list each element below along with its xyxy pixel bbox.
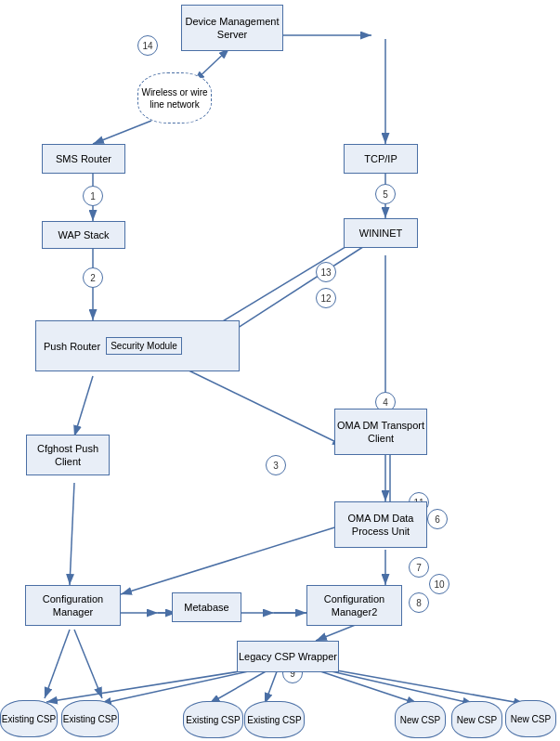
- svg-line-23: [265, 667, 279, 704]
- sms-router: SMS Router: [42, 144, 125, 174]
- svg-line-3: [93, 121, 151, 144]
- circle-14: 14: [137, 35, 158, 56]
- new-csp-1: New CSP: [395, 701, 446, 738]
- cfghost-push-client: Cfghost Push Client: [26, 435, 110, 475]
- svg-line-24: [306, 667, 418, 704]
- circle-13: 13: [316, 262, 336, 282]
- wininet: WININET: [344, 218, 418, 248]
- diagram: Device Management Server 14 Wireless or …: [0, 0, 560, 741]
- circle-1: 1: [83, 186, 103, 206]
- circle-2: 2: [83, 267, 103, 288]
- svg-line-29: [121, 525, 344, 594]
- circle-7: 7: [409, 557, 429, 578]
- oma-dm-transport: OMA DM Transport Client: [334, 409, 427, 455]
- svg-line-26: [316, 667, 525, 704]
- existing-csp-4: Existing CSP: [244, 701, 305, 738]
- device-mgmt-server: Device Management Server: [181, 5, 283, 51]
- svg-line-8: [209, 234, 367, 330]
- svg-line-14: [70, 483, 74, 585]
- svg-line-20: [46, 667, 269, 702]
- circle-3: 3: [266, 455, 286, 475]
- configuration-manager2: Configuration Manager2: [306, 585, 402, 626]
- circle-6: 6: [427, 509, 448, 529]
- svg-line-27: [45, 630, 70, 698]
- security-module: Security Module: [106, 337, 182, 355]
- new-csp-3: New CSP: [505, 700, 556, 737]
- circle-8: 8: [409, 592, 429, 613]
- svg-line-10: [74, 376, 93, 436]
- legacy-csp-wrapper: Legacy CSP Wrapper: [237, 641, 339, 672]
- circle-12: 12: [316, 288, 336, 308]
- svg-line-21: [100, 667, 269, 704]
- push-router-label: Push Router: [44, 341, 100, 352]
- push-router-group: Push Router Security Module: [35, 320, 240, 371]
- existing-csp-3: Existing CSP: [183, 701, 243, 738]
- svg-line-28: [74, 630, 102, 698]
- new-csp-2: New CSP: [451, 701, 502, 738]
- wap-stack: WAP Stack: [42, 221, 125, 249]
- svg-line-25: [311, 667, 474, 704]
- existing-csp-1: Existing CSP: [0, 700, 58, 737]
- svg-line-11: [181, 367, 344, 446]
- circle-5: 5: [375, 184, 396, 204]
- svg-line-22: [209, 667, 274, 704]
- configuration-manager: Configuration Manager: [25, 585, 121, 626]
- wireless-network: Wireless or wire line network: [137, 72, 212, 124]
- oma-dm-data-process: OMA DM Data Process Unit: [334, 501, 427, 548]
- tcp-ip: TCP/IP: [344, 144, 418, 174]
- circle-10: 10: [429, 574, 449, 594]
- existing-csp-2: Existing CSP: [61, 700, 119, 737]
- metabase: Metabase: [172, 592, 241, 622]
